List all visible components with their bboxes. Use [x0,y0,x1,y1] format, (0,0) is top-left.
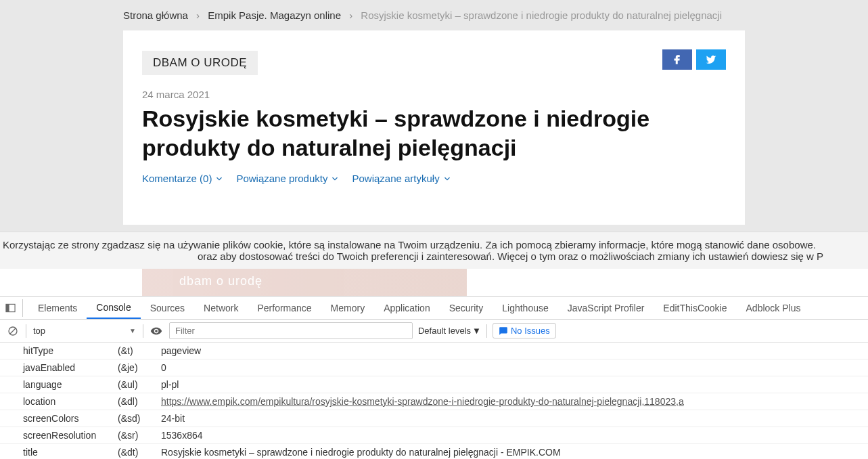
log-levels-label: Default levels [418,326,471,336]
console-key: hitType [23,345,118,356]
chevron-down-icon [442,174,452,183]
dock-side-icon[interactable] [5,299,23,317]
context-selector[interactable]: top ▼ [32,323,137,338]
issues-label: No Issues [511,326,550,336]
related-articles-link[interactable]: Powiązane artykuły [352,173,451,184]
devtools-tab-memory[interactable]: Memory [321,297,375,319]
article-hero-preview: dbam o urodę [123,269,745,296]
console-row: hitType(&t)pageview [0,343,868,359]
console-toolbar: top ▼ Default levels ▼ No Issues [0,320,868,343]
issues-button[interactable]: No Issues [493,323,556,338]
devtools-tab-elements[interactable]: Elements [28,297,87,319]
chevron-down-icon [214,174,224,183]
console-key: title [23,447,118,458]
devtools-tab-lighthouse[interactable]: Lighthouse [493,297,558,319]
svg-line-3 [10,328,16,334]
comments-label: Komentarze (0) [142,173,212,184]
breadcrumb: Strona główna › Empik Pasje. Magazyn onl… [0,0,868,30]
console-key: location [23,396,118,407]
svg-rect-1 [6,304,9,311]
console-key: screenColors [23,413,118,424]
console-output: hitType(&t)pageviewjavaEnabled(&je)0lang… [0,343,868,459]
cookie-consent-bar: Korzystając ze strony zgadzasz się na uż… [0,232,868,269]
toolbar-separator [143,324,143,338]
console-value: Rosyjskie kosmetyki – sprawdzone i niedr… [161,447,868,458]
console-filter-input[interactable] [169,322,413,339]
console-param: (&sr) [118,430,161,441]
console-param: (&dt) [118,447,161,458]
devtools-tab-console[interactable]: Console [87,297,140,319]
console-param: (&je) [118,362,161,373]
console-value: 1536x864 [161,430,868,441]
console-row: screenColors(&sd)24-bit [0,410,868,427]
console-param: (&ul) [118,379,161,390]
devtools-tab-adblock-plus[interactable]: Adblock Plus [737,297,810,319]
devtools-tab-security[interactable]: Security [440,297,493,319]
toolbar-separator [486,324,487,338]
console-row: location(&dl)https://www.empik.com/empik… [0,393,868,410]
console-param: (&sd) [118,413,161,424]
console-row: screenResolution(&sr)1536x864 [0,427,868,444]
breadcrumb-section[interactable]: Empik Pasje. Magazyn online [208,9,341,21]
devtools-tab-javascript-profiler[interactable]: JavaScript Profiler [558,297,654,319]
clear-console-button[interactable] [5,324,20,338]
console-value: 0 [161,362,868,373]
share-twitter-button[interactable] [696,49,726,70]
console-value[interactable]: https://www.empik.com/empikultura/rosyjs… [161,396,868,407]
devtools-tab-application[interactable]: Application [374,297,440,319]
dropdown-triangle-icon: ▼ [472,326,481,336]
breadcrumb-home[interactable]: Strona główna [123,9,188,21]
devtools-tab-bar: ElementsConsoleSourcesNetworkPerformance… [0,297,868,320]
context-label: top [33,326,45,336]
toolbar-separator [26,324,26,338]
breadcrumb-current: Rosyjskie kosmetyki – sprawdzone i niedr… [361,9,722,21]
console-value: pageview [161,345,868,356]
twitter-icon [705,53,717,66]
console-value: pl-pl [161,379,868,390]
devtools-tab-editthiscookie[interactable]: EditThisCookie [654,297,736,319]
console-param: (&t) [118,345,161,356]
breadcrumb-separator: › [349,9,352,21]
console-row: javaEnabled(&je)0 [0,359,868,376]
console-param: (&dl) [118,396,161,407]
console-row: title(&dt)Rosyjskie kosmetyki – sprawdzo… [0,444,868,459]
console-key: javaEnabled [23,362,118,373]
console-value: 24-bit [161,413,868,424]
related-articles-label: Powiązane artykuły [352,173,439,184]
console-key: language [23,379,118,390]
devtools-panel: ElementsConsoleSourcesNetworkPerformance… [0,296,868,459]
live-expression-button[interactable] [149,324,164,338]
article-card: DBAM O URODĘ 24 marca 2021 Rosyjskie kos… [123,30,745,225]
chat-icon [499,326,508,336]
dropdown-triangle-icon: ▼ [129,327,136,334]
log-levels-selector[interactable]: Default levels ▼ [418,326,481,336]
article-date: 24 marca 2021 [142,89,726,100]
facebook-icon [671,53,683,66]
comments-link[interactable]: Komentarze (0) [142,173,224,184]
related-products-link[interactable]: Powiązane produkty [236,173,340,184]
devtools-tab-sources[interactable]: Sources [141,297,194,319]
category-badge[interactable]: DBAM O URODĘ [142,51,258,75]
cookie-text-line1: Korzystając ze strony zgadzasz się na uż… [3,239,865,250]
article-title: Rosyjskie kosmetyki – sprawdzone i niedr… [142,104,726,162]
console-row: language(&ul)pl-pl [0,376,868,393]
related-products-label: Powiązane produkty [236,173,327,184]
console-key: screenResolution [23,430,118,441]
hero-overlay-label: dbam o urodę [179,274,262,288]
cookie-text-line2: oraz aby dostosować treści do Twoich pre… [3,250,865,262]
chevron-down-icon [330,174,340,183]
breadcrumb-separator: › [196,9,200,21]
devtools-tab-performance[interactable]: Performance [248,297,321,319]
devtools-tab-network[interactable]: Network [194,297,248,319]
share-facebook-button[interactable] [662,49,692,70]
